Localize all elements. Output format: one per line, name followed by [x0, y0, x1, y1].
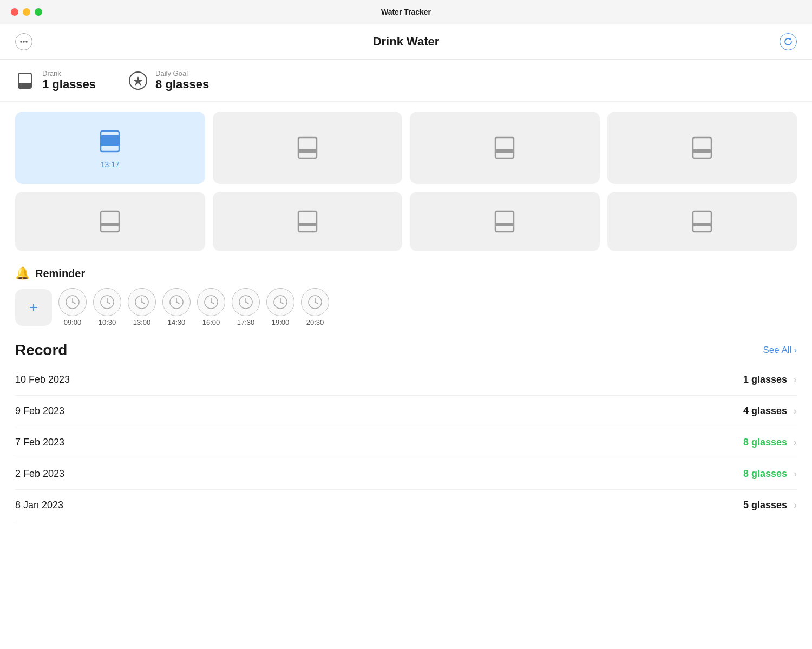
record-item-2[interactable]: 7 Feb 2023 8 glasses ›: [15, 427, 797, 458]
minimize-button[interactable]: [23, 8, 30, 16]
see-all-button[interactable]: See All ›: [763, 345, 797, 356]
traffic-lights: [11, 8, 42, 16]
see-all-label: See All: [763, 345, 791, 356]
record-chevron-1: ›: [794, 405, 797, 417]
refresh-icon: [783, 37, 793, 47]
record-date-0: 10 Feb 2023: [15, 374, 70, 385]
glass-card-7[interactable]: [410, 192, 600, 251]
svg-point-0: [20, 41, 22, 43]
record-item-0[interactable]: 10 Feb 2023 1 glasses ›: [15, 364, 797, 396]
record-amount-0: 1 glasses: [743, 374, 787, 385]
svg-line-34: [176, 302, 179, 304]
record-date-4: 8 Jan 2023: [15, 500, 63, 511]
glass-card-8[interactable]: [607, 192, 797, 251]
glass-icon-8: [687, 207, 717, 236]
refresh-button[interactable]: [780, 33, 797, 50]
drank-label: Drank: [42, 69, 96, 77]
record-item-4[interactable]: 8 Jan 2023 5 glasses ›: [15, 490, 797, 521]
reminder-time-label-5: 17:30: [237, 318, 255, 326]
record-chevron-3: ›: [794, 468, 797, 480]
record-date-1: 9 Feb 2023: [15, 405, 64, 417]
svg-rect-11: [495, 137, 514, 158]
record-right-2: 8 glasses ›: [743, 437, 797, 448]
record-section: Record See All › 10 Feb 2023 1 glasses ›…: [0, 334, 812, 529]
reminder-title: Reminder: [35, 267, 85, 280]
page-title: Drink Water: [373, 35, 440, 49]
clock-icon-7: [301, 288, 329, 316]
daily-goal-icon: [128, 71, 148, 90]
add-reminder-button[interactable]: +: [15, 289, 52, 326]
svg-line-37: [211, 302, 214, 304]
record-chevron-0: ›: [794, 374, 797, 385]
maximize-button[interactable]: [35, 8, 42, 16]
reminder-time-4[interactable]: 16:00: [197, 288, 225, 326]
glass-card-5[interactable]: [15, 192, 205, 251]
svg-rect-18: [298, 223, 317, 226]
ellipsis-icon: [19, 37, 29, 47]
reminder-time-label-1: 10:30: [99, 318, 116, 326]
clock-icon-1: [93, 288, 121, 316]
glass-card-2[interactable]: [213, 112, 403, 184]
svg-rect-10: [298, 149, 317, 153]
record-amount-4: 5 glasses: [743, 500, 787, 511]
svg-rect-16: [101, 223, 119, 226]
reminder-time-3[interactable]: 14:30: [162, 288, 191, 326]
svg-rect-19: [495, 211, 514, 232]
reminder-time-label-0: 09:00: [64, 318, 82, 326]
record-list: 10 Feb 2023 1 glasses › 9 Feb 2023 4 gla…: [15, 364, 797, 521]
svg-rect-12: [495, 149, 514, 153]
record-right-0: 1 glasses ›: [743, 374, 797, 385]
close-button[interactable]: [11, 8, 18, 16]
reminder-time-0[interactable]: 09:00: [58, 288, 87, 326]
reminder-time-label-4: 16:00: [202, 318, 220, 326]
record-right-4: 5 glasses ›: [743, 500, 797, 511]
reminder-times: + 09:00 10:30 13:00: [15, 288, 797, 326]
glass-icon-6: [293, 207, 322, 236]
svg-line-25: [73, 302, 75, 304]
svg-rect-14: [693, 149, 711, 153]
daily-goal-stat: Daily Goal 8 glasses: [128, 69, 209, 91]
svg-line-28: [107, 302, 110, 304]
see-all-chevron: ›: [794, 345, 797, 356]
record-item-3[interactable]: 2 Feb 2023 8 glasses ›: [15, 458, 797, 490]
stats-row: Drank 1 glasses Daily Goal 8 glasses: [0, 60, 812, 102]
reminder-time-label-2: 13:00: [133, 318, 151, 326]
record-right-1: 4 glasses ›: [743, 405, 797, 417]
daily-goal-text-block: Daily Goal 8 glasses: [155, 69, 209, 91]
reminder-time-7[interactable]: 20:30: [301, 288, 329, 326]
reminder-time-label-7: 20:30: [306, 318, 324, 326]
glass-card-6[interactable]: [213, 192, 403, 251]
reminder-time-6[interactable]: 19:00: [266, 288, 294, 326]
record-amount-3: 8 glasses: [743, 468, 787, 480]
reminder-time-label-3: 14:30: [168, 318, 186, 326]
clock-icon-5: [232, 288, 260, 316]
clock-icon-6: [266, 288, 294, 316]
daily-goal-label: Daily Goal: [155, 69, 209, 77]
reminder-time-5[interactable]: 17:30: [232, 288, 260, 326]
reminder-time-2[interactable]: 13:00: [128, 288, 156, 326]
reminder-time-label-6: 19:00: [272, 318, 290, 326]
svg-line-40: [246, 302, 248, 304]
record-item-1[interactable]: 9 Feb 2023 4 glasses ›: [15, 396, 797, 427]
svg-rect-21: [693, 211, 711, 232]
clock-icon-0: [58, 288, 87, 316]
drank-value: 1 glasses: [42, 77, 96, 91]
reminder-time-1[interactable]: 10:30: [93, 288, 121, 326]
glass-card-1[interactable]: 13:17: [15, 112, 205, 184]
bell-icon: 🔔: [15, 266, 30, 280]
svg-rect-20: [495, 223, 514, 226]
glass-time-1: 13:17: [101, 160, 120, 169]
glass-card-4[interactable]: [607, 112, 797, 184]
glass-icon-7: [490, 207, 519, 236]
record-header: Record See All ›: [15, 342, 797, 359]
glass-card-3[interactable]: [410, 112, 600, 184]
menu-button[interactable]: [15, 33, 32, 50]
drank-text-block: Drank 1 glasses: [42, 69, 96, 91]
clock-icon-2: [128, 288, 156, 316]
record-date-3: 2 Feb 2023: [15, 468, 64, 480]
drank-icon: [15, 71, 35, 90]
record-title: Record: [15, 342, 67, 359]
glass-icon-2: [293, 133, 322, 162]
glass-icon-1: [95, 127, 125, 156]
svg-rect-15: [101, 211, 119, 232]
